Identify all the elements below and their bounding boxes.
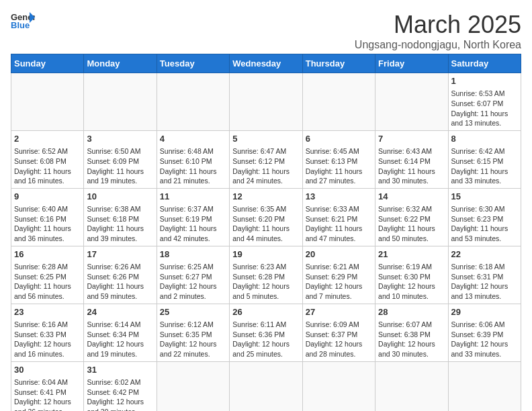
day-number: 4 [160,133,226,145]
day-info: Sunrise: 6:06 AM Sunset: 6:39 PM Dayligh… [451,320,508,358]
day-info: Sunrise: 6:33 AM Sunset: 6:21 PM Dayligh… [306,205,363,242]
day-number: 21 [378,248,445,261]
day-number: 18 [160,248,226,261]
calendar-cell: 20Sunrise: 6:21 AM Sunset: 6:29 PM Dayli… [302,246,375,304]
day-info: Sunrise: 6:45 AM Sunset: 6:13 PM Dayligh… [306,147,363,185]
svg-text:Blue: Blue [11,20,30,30]
calendar-header-row: SundayMondayTuesdayWednesdayThursdayFrid… [11,54,521,73]
day-info: Sunrise: 6:42 AM Sunset: 6:15 PM Dayligh… [451,147,508,185]
day-number: 3 [87,133,153,145]
day-info: Sunrise: 6:07 AM Sunset: 6:38 PM Dayligh… [378,320,435,358]
calendar-col-header: Friday [375,54,448,73]
calendar-cell: 5Sunrise: 6:47 AM Sunset: 6:12 PM Daylig… [230,130,302,188]
day-number: 27 [306,306,372,318]
day-number: 1 [451,75,518,87]
day-info: Sunrise: 6:28 AM Sunset: 6:25 PM Dayligh… [14,263,71,300]
day-number: 24 [87,306,153,318]
day-number: 29 [451,306,518,318]
day-info: Sunrise: 6:35 AM Sunset: 6:20 PM Dayligh… [232,205,290,242]
day-info: Sunrise: 6:23 AM Sunset: 6:28 PM Dayligh… [232,263,290,300]
calendar-col-header: Wednesday [230,54,302,73]
calendar-cell: 23Sunrise: 6:16 AM Sunset: 6:33 PM Dayli… [11,304,84,361]
day-info: Sunrise: 6:16 AM Sunset: 6:33 PM Dayligh… [14,320,71,358]
calendar-cell: 17Sunrise: 6:26 AM Sunset: 6:26 PM Dayli… [84,246,157,304]
day-number: 6 [306,133,372,145]
day-info: Sunrise: 6:09 AM Sunset: 6:37 PM Dayligh… [306,320,363,358]
day-info: Sunrise: 6:50 AM Sunset: 6:09 PM Dayligh… [87,147,144,185]
calendar-cell: 27Sunrise: 6:09 AM Sunset: 6:37 PM Dayli… [302,304,375,361]
calendar-col-header: Saturday [448,54,521,73]
day-info: Sunrise: 6:38 AM Sunset: 6:18 PM Dayligh… [87,205,144,242]
calendar-cell: 15Sunrise: 6:30 AM Sunset: 6:23 PM Dayli… [448,188,521,246]
calendar-cell: 14Sunrise: 6:32 AM Sunset: 6:22 PM Dayli… [375,188,448,246]
day-info: Sunrise: 6:30 AM Sunset: 6:23 PM Dayligh… [451,205,508,242]
calendar-week-row: 30Sunrise: 6:04 AM Sunset: 6:41 PM Dayli… [11,361,521,411]
day-info: Sunrise: 6:11 AM Sunset: 6:36 PM Dayligh… [232,320,290,358]
calendar-cell [302,361,375,411]
month-title: March 2025 [355,11,521,39]
calendar-cell: 12Sunrise: 6:35 AM Sunset: 6:20 PM Dayli… [230,188,302,246]
calendar-cell [230,361,302,411]
day-number: 8 [451,133,518,145]
day-info: Sunrise: 6:47 AM Sunset: 6:12 PM Dayligh… [232,147,290,185]
calendar-cell: 21Sunrise: 6:19 AM Sunset: 6:30 PM Dayli… [375,246,448,304]
calendar-col-header: Tuesday [157,54,229,73]
calendar-cell [448,361,521,411]
day-number: 9 [14,191,81,203]
calendar-col-header: Monday [84,54,157,73]
calendar-cell: 19Sunrise: 6:23 AM Sunset: 6:28 PM Dayli… [230,246,302,304]
calendar-cell [157,361,229,411]
day-info: Sunrise: 6:12 AM Sunset: 6:35 PM Dayligh… [160,320,217,358]
day-number: 10 [87,191,153,203]
calendar-cell [375,73,448,131]
calendar-cell: 28Sunrise: 6:07 AM Sunset: 6:38 PM Dayli… [375,304,448,361]
day-info: Sunrise: 6:37 AM Sunset: 6:19 PM Dayligh… [160,205,217,242]
day-number: 7 [378,133,445,145]
calendar-cell [84,73,157,131]
calendar-cell: 22Sunrise: 6:18 AM Sunset: 6:31 PM Dayli… [448,246,521,304]
calendar-cell: 8Sunrise: 6:42 AM Sunset: 6:15 PM Daylig… [448,130,521,188]
calendar-cell: 24Sunrise: 6:14 AM Sunset: 6:34 PM Dayli… [84,304,157,361]
calendar-cell: 9Sunrise: 6:40 AM Sunset: 6:16 PM Daylig… [11,188,84,246]
day-info: Sunrise: 6:14 AM Sunset: 6:34 PM Dayligh… [87,320,144,358]
day-number: 26 [232,306,299,318]
page-header: General Blue March 2025 Ungsang-nodongja… [11,11,521,51]
day-number: 11 [160,191,226,203]
day-info: Sunrise: 6:48 AM Sunset: 6:10 PM Dayligh… [160,147,217,185]
day-number: 23 [14,306,81,318]
location-subtitle: Ungsang-nodongjagu, North Korea [355,39,521,51]
day-info: Sunrise: 6:43 AM Sunset: 6:14 PM Dayligh… [378,147,435,185]
calendar-cell: 7Sunrise: 6:43 AM Sunset: 6:14 PM Daylig… [375,130,448,188]
calendar-cell: 26Sunrise: 6:11 AM Sunset: 6:36 PM Dayli… [230,304,302,361]
calendar-cell: 6Sunrise: 6:45 AM Sunset: 6:13 PM Daylig… [302,130,375,188]
day-info: Sunrise: 6:25 AM Sunset: 6:27 PM Dayligh… [160,263,217,300]
day-number: 13 [306,191,372,203]
day-number: 15 [451,191,518,203]
calendar-cell: 25Sunrise: 6:12 AM Sunset: 6:35 PM Dayli… [157,304,229,361]
calendar-week-row: 2Sunrise: 6:52 AM Sunset: 6:08 PM Daylig… [11,130,521,188]
day-info: Sunrise: 6:18 AM Sunset: 6:31 PM Dayligh… [451,263,508,300]
day-info: Sunrise: 6:21 AM Sunset: 6:29 PM Dayligh… [306,263,363,300]
day-number: 28 [378,306,445,318]
day-number: 17 [87,248,153,261]
day-number: 31 [87,364,153,376]
calendar-cell: 11Sunrise: 6:37 AM Sunset: 6:19 PM Dayli… [157,188,229,246]
calendar-week-row: 16Sunrise: 6:28 AM Sunset: 6:25 PM Dayli… [11,246,521,304]
day-number: 30 [14,364,81,376]
day-info: Sunrise: 6:40 AM Sunset: 6:16 PM Dayligh… [14,205,71,242]
calendar-cell [11,73,84,131]
day-number: 5 [232,133,299,145]
day-number: 22 [451,248,518,261]
calendar-table: SundayMondayTuesdayWednesdayThursdayFrid… [11,54,521,411]
calendar-cell [375,361,448,411]
calendar-cell [302,73,375,131]
calendar-week-row: 23Sunrise: 6:16 AM Sunset: 6:33 PM Dayli… [11,304,521,361]
calendar-col-header: Sunday [11,54,84,73]
calendar-cell: 2Sunrise: 6:52 AM Sunset: 6:08 PM Daylig… [11,130,84,188]
calendar-cell: 3Sunrise: 6:50 AM Sunset: 6:09 PM Daylig… [84,130,157,188]
day-number: 2 [14,133,81,145]
day-number: 14 [378,191,445,203]
calendar-cell: 30Sunrise: 6:04 AM Sunset: 6:41 PM Dayli… [11,361,84,411]
day-info: Sunrise: 6:32 AM Sunset: 6:22 PM Dayligh… [378,205,435,242]
calendar-cell: 13Sunrise: 6:33 AM Sunset: 6:21 PM Dayli… [302,188,375,246]
